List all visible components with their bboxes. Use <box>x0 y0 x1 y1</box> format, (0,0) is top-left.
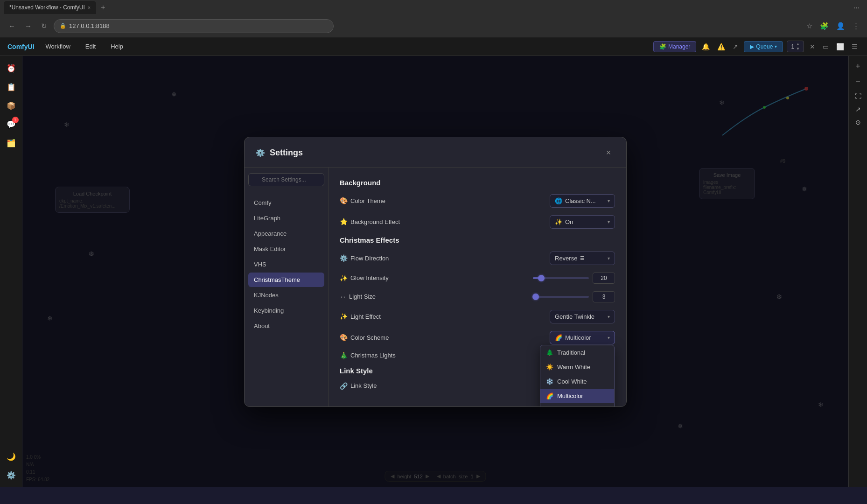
menu-workflow[interactable]: Workflow <box>42 41 74 52</box>
app-bar-right: 🧩 Manager 🔔 ⚠️ ↗ ▶ Queue ▾ 1 ▲ ▼ ✕ ▭ ⬜ ☰ <box>653 41 860 52</box>
color-theme-dropdown[interactable]: 🌐 Classic N... ▾ <box>550 194 615 208</box>
light-size-value[interactable]: 3 <box>593 291 615 302</box>
account-button[interactable]: 👤 <box>834 20 847 32</box>
glow-intensity-value[interactable]: 20 <box>593 273 615 284</box>
queue-count-input[interactable]: 1 ▲ ▼ <box>787 41 804 52</box>
glow-intensity-thumb[interactable] <box>538 275 545 281</box>
christmas-lights-emoji: 🎄 <box>340 352 348 359</box>
sidebar-item-messages[interactable]: 💬 1 <box>3 116 20 133</box>
background-effect-row: ⭐ Background Effect ✨ On ▾ <box>340 215 615 229</box>
menu-edit[interactable]: Edit <box>82 41 99 52</box>
bookmark-button[interactable]: ☆ <box>804 20 814 32</box>
glow-intensity-label: ✨ Glow Intensity <box>340 274 529 282</box>
multicolor-icon: 🌈 <box>546 392 553 399</box>
zoom-in-button[interactable]: + <box>853 60 862 73</box>
light-effect-emoji: ✨ <box>340 313 348 320</box>
nav-item-comfy[interactable]: Comfy <box>248 196 324 210</box>
menu-help[interactable]: Help <box>107 41 127 52</box>
nav-item-mask-editor[interactable]: Mask Editor <box>248 242 324 256</box>
new-tab-button[interactable]: + <box>98 3 108 12</box>
minimize-queue-button[interactable]: ▭ <box>821 41 831 52</box>
settings-search-input[interactable] <box>248 173 324 186</box>
zoom-out-button[interactable]: − <box>853 75 862 89</box>
light-effect-row: ✨ Light Effect Gentle Twinkle ▾ <box>340 310 615 323</box>
color-scheme-emoji: 🎨 <box>340 334 348 341</box>
background-effect-dropdown[interactable]: ✨ On ▾ <box>550 215 615 229</box>
tab-close-button[interactable]: × <box>88 5 91 10</box>
fullscreen-button[interactable]: ↗ <box>853 104 863 115</box>
option-warm-white[interactable]: ☀️ Warm White <box>540 360 614 374</box>
color-scheme-menu[interactable]: 🌲 Traditional ☀️ Warm White <box>540 345 615 406</box>
color-scheme-dropdown-trigger[interactable]: 🌈 Multicolor ▾ 🌲 <box>550 331 615 344</box>
light-size-slider[interactable] <box>533 296 589 298</box>
light-effect-arrow: ▾ <box>608 314 610 319</box>
settings-close-button[interactable]: × <box>602 147 615 160</box>
option-cool-white[interactable]: ❄️ Cool White <box>540 374 614 389</box>
color-scheme-scroll[interactable]: 🌲 Traditional ☀️ Warm White <box>540 345 614 406</box>
sidebar-item-notes[interactable]: 📋 <box>3 78 20 95</box>
alert-button[interactable]: ⚠️ <box>715 41 727 52</box>
address-bar[interactable]: 🔒 127.0.0.1:8188 <box>54 19 334 33</box>
nav-item-kjnodes[interactable]: KJNodes <box>248 288 324 302</box>
back-button[interactable]: ← <box>6 20 18 32</box>
queue-decrement[interactable]: ▼ <box>796 47 800 51</box>
sidebar-item-files[interactable]: 🗂️ <box>3 134 20 151</box>
nav-item-keybinding[interactable]: Keybinding <box>248 303 324 318</box>
flow-direction-dropdown-inner: Reverse ☰ <box>555 255 585 262</box>
canvas-area[interactable]: ❄ ❅ ❆ ❄ ❅ ❆ ❄ ❅ ❆ ❄ ❅ Load Checkpoint ck… <box>22 56 848 487</box>
nav-item-christmas-theme[interactable]: ChristmasTheme <box>248 273 324 287</box>
expand-queue-button[interactable]: ⬜ <box>834 41 846 52</box>
sidebar-item-nodes[interactable]: 📦 <box>3 97 20 114</box>
flow-direction-dropdown[interactable]: Reverse ☰ ▾ <box>550 252 615 265</box>
option-multicolor[interactable]: 🌈 Multicolor <box>540 389 614 403</box>
share-button[interactable]: ↗ <box>731 41 740 52</box>
settings-modal-overlay[interactable]: ⚙️ Settings × 🔍 Comfy LiteGraph Appea <box>22 56 848 487</box>
color-scheme-text: Color Scheme <box>350 334 389 341</box>
settings-dialog: ⚙️ Settings × 🔍 Comfy LiteGraph Appea <box>244 137 627 407</box>
sidebar-item-history[interactable]: ⏰ <box>3 60 20 77</box>
color-theme-control: 🌐 Classic N... ▾ <box>550 194 615 208</box>
option-traditional[interactable]: 🌲 Traditional <box>540 345 614 360</box>
menu-dots-button[interactable]: ☰ <box>850 41 860 52</box>
option-pastel[interactable]: 🌸 Pastel <box>540 403 614 406</box>
target-button[interactable]: ⊙ <box>853 117 863 128</box>
cool-white-label: Cool White <box>557 378 587 385</box>
light-size-thumb[interactable] <box>532 294 539 300</box>
nav-right: ☆ 🧩 👤 ⋮ <box>804 20 861 32</box>
background-effect-value: On <box>565 218 573 225</box>
color-theme-arrow: ▾ <box>608 198 610 203</box>
tab-menu-button[interactable]: ⋯ <box>850 4 863 11</box>
settings-gear-icon: ⚙️ <box>256 148 265 157</box>
flow-direction-value: Reverse <box>555 255 577 262</box>
queue-button[interactable]: ▶ Queue ▾ <box>744 41 783 52</box>
flow-direction-text: Flow Direction <box>350 255 389 262</box>
nav-item-about[interactable]: About <box>248 319 324 333</box>
nav-item-litegraph[interactable]: LiteGraph <box>248 211 324 225</box>
nav-item-vhs[interactable]: VHS <box>248 257 324 272</box>
fit-view-button[interactable]: ⛶ <box>853 91 863 102</box>
queue-increment[interactable]: ▲ <box>796 42 800 46</box>
light-effect-dropdown[interactable]: Gentle Twinkle ▾ <box>550 310 615 323</box>
nav-item-appearance[interactable]: Appearance <box>248 226 324 241</box>
manager-button[interactable]: 🧩 Manager <box>653 41 696 52</box>
close-queue-button[interactable]: ✕ <box>808 41 817 52</box>
link-style-emoji: 🔗 <box>340 382 348 390</box>
notification-button[interactable]: 🔔 <box>700 41 712 52</box>
flow-direction-icon: ☰ <box>580 255 585 261</box>
browser-menu-button[interactable]: ⋮ <box>851 20 861 32</box>
queue-stepper[interactable]: ▲ ▼ <box>796 42 800 51</box>
browser-tab[interactable]: *Unsaved Workflow - ComfyUI × <box>4 1 96 14</box>
cool-white-icon: ❄️ <box>546 378 553 385</box>
lock-icon: 🔒 <box>60 23 66 29</box>
reload-button[interactable]: ↻ <box>38 20 50 32</box>
color-theme-value-emoji: 🌐 <box>555 197 562 204</box>
glow-intensity-control: 20 <box>533 273 615 284</box>
sidebar-item-moon[interactable]: 🌙 <box>3 448 20 465</box>
extensions-button[interactable]: 🧩 <box>818 20 831 32</box>
forward-button[interactable]: → <box>22 20 35 32</box>
glow-intensity-slider[interactable] <box>533 277 589 279</box>
flow-direction-control: Reverse ☰ ▾ <box>550 252 615 265</box>
sidebar-item-settings[interactable]: ⚙️ <box>3 467 20 483</box>
christmas-lights-text: Christmas Lights <box>350 352 396 359</box>
background-effect-text: Background Effect <box>350 218 400 225</box>
